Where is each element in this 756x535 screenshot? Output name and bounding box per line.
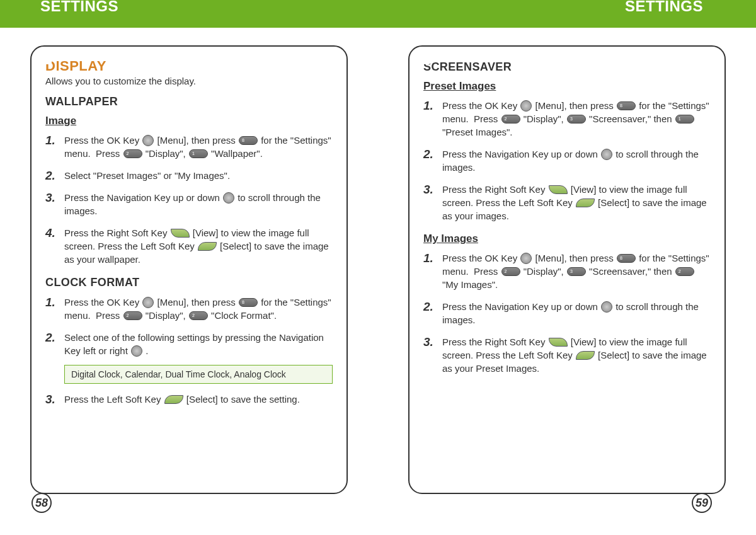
step: Press the OK Key [Menu], then press 8 fo… <box>423 99 711 139</box>
step: Press the Right Soft Key [View] to view … <box>423 335 711 375</box>
section-subtitle: Allows you to customize the display. <box>45 76 333 86</box>
step: Press the OK Key [Menu], then press 8 fo… <box>45 296 333 322</box>
steps-clock: Press the OK Key [Menu], then press 8 fo… <box>45 296 333 357</box>
step: Select "Preset Images" or "My Images". <box>45 169 333 182</box>
left-soft-key-icon <box>576 351 595 360</box>
clock-options-box: Digital Clock, Calendar, Dual Time Clock… <box>64 365 333 384</box>
nav-key-icon <box>131 345 142 357</box>
content-card-right: SCREENSAVER Preset Images Press the OK K… <box>408 45 726 494</box>
ok-key-icon <box>142 297 154 308</box>
num-key-icon: 1 <box>675 115 694 124</box>
num-key-icon: 2 <box>675 267 694 276</box>
steps-clock-cont: Press the Left Soft Key [Select] to save… <box>45 393 333 406</box>
page-right: SCREENSAVER Preset Images Press the OK K… <box>408 45 726 494</box>
steps-image: Press the OK Key [Menu], then press 8 fo… <box>45 134 333 266</box>
content-card-left: DISPLAY Allows you to customize the disp… <box>30 45 348 494</box>
header-bar: SETTINGS SETTINGS <box>0 0 756 28</box>
heading-image: Image <box>45 115 333 127</box>
step: Press the Right Soft Key [View] to view … <box>423 183 711 222</box>
header-title-right: SETTINGS <box>625 0 703 15</box>
num-key-icon: 2 <box>123 311 142 320</box>
step: Press the Navigation Key up or down to s… <box>423 147 711 174</box>
right-soft-key-icon <box>549 185 568 194</box>
num-key-icon: 2 <box>501 115 520 124</box>
ok-key-icon <box>520 253 532 264</box>
step: Press the OK Key [Menu], then press 8 fo… <box>45 134 333 160</box>
steps-preset: Press the OK Key [Menu], then press 8 fo… <box>423 99 711 222</box>
num-key-icon: 2 <box>501 267 520 276</box>
step: Press the Left Soft Key [Select] to save… <box>45 393 333 406</box>
num-key-icon: 8 <box>239 136 258 145</box>
ok-key-icon <box>142 135 154 146</box>
heading-screensaver: SCREENSAVER <box>423 60 711 74</box>
heading-wallpaper: WALLPAPER <box>45 95 333 108</box>
heading-my-images: My Images <box>423 233 711 245</box>
nav-key-icon <box>223 192 234 204</box>
num-key-icon: 2 <box>123 149 142 158</box>
step: Press the OK Key [Menu], then press 8 fo… <box>423 251 711 291</box>
ok-key-icon <box>520 100 532 112</box>
step: Press the Right Soft Key [View] to view … <box>45 226 333 266</box>
num-key-icon: 3 <box>567 267 586 276</box>
step: Select one of the following settings by … <box>45 331 333 357</box>
right-soft-key-icon <box>549 338 568 347</box>
section-title-display: DISPLAY <box>45 58 333 74</box>
heading-preset-images: Preset Images <box>423 80 711 93</box>
left-soft-key-icon <box>576 198 595 207</box>
page-number-left: 58 <box>32 493 52 513</box>
steps-myimages: Press the OK Key [Menu], then press 8 fo… <box>423 251 711 375</box>
nav-key-icon <box>601 149 612 160</box>
step: Press the Navigation Key up or down to s… <box>423 300 711 326</box>
heading-clock-format: CLOCK FORMAT <box>45 276 333 289</box>
num-key-icon: 2 <box>189 311 208 320</box>
step: Press the Navigation Key up or down to s… <box>45 191 333 217</box>
num-key-icon: 1 <box>189 149 208 158</box>
nav-key-icon <box>601 301 612 313</box>
left-soft-key-icon <box>198 242 217 251</box>
num-key-icon: 8 <box>617 101 636 110</box>
num-key-icon: 3 <box>567 115 586 124</box>
num-key-icon: 8 <box>617 254 636 263</box>
num-key-icon: 8 <box>239 298 258 307</box>
right-soft-key-icon <box>171 229 190 238</box>
page-left: DISPLAY Allows you to customize the disp… <box>30 45 348 494</box>
left-soft-key-icon <box>164 395 183 404</box>
header-title-left: SETTINGS <box>40 0 118 15</box>
page-number-right: 59 <box>692 493 712 513</box>
